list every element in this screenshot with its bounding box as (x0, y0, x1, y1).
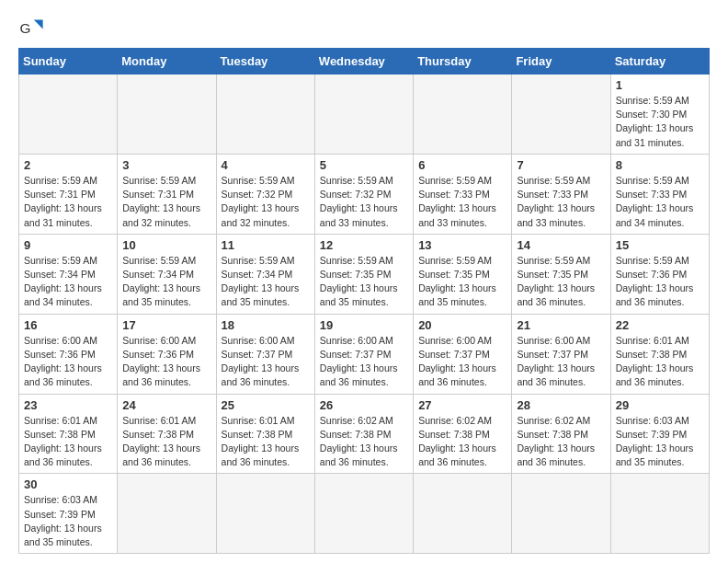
day-info: Sunrise: 6:01 AMSunset: 7:38 PMDaylight:… (122, 414, 210, 470)
calendar-day-cell: 28Sunrise: 6:02 AMSunset: 7:38 PMDayligh… (512, 394, 610, 474)
calendar-table: Sunday Monday Tuesday Wednesday Thursday… (18, 48, 710, 554)
day-info: Sunrise: 6:01 AMSunset: 7:38 PMDaylight:… (222, 414, 310, 470)
day-number: 16 (24, 318, 112, 332)
svg-marker-1 (34, 20, 43, 29)
calendar-day-cell (414, 75, 512, 155)
calendar-day-cell: 30Sunrise: 6:03 AMSunset: 7:39 PMDayligh… (19, 474, 118, 554)
calendar-day-cell (118, 474, 216, 554)
day-number: 1 (616, 78, 704, 92)
calendar-day-cell (512, 474, 610, 554)
calendar-wrapper: Sunday Monday Tuesday Wednesday Thursday… (0, 48, 728, 563)
calendar-day-cell: 20Sunrise: 6:00 AMSunset: 7:37 PMDayligh… (414, 314, 512, 394)
day-number: 20 (418, 318, 506, 332)
calendar-day-cell: 10Sunrise: 5:59 AMSunset: 7:34 PMDayligh… (118, 234, 216, 314)
day-number: 27 (418, 398, 506, 412)
day-number: 21 (517, 318, 605, 332)
calendar-day-cell (216, 75, 314, 155)
calendar-week-row: 9Sunrise: 5:59 AMSunset: 7:34 PMDaylight… (19, 234, 710, 314)
day-info: Sunrise: 6:02 AMSunset: 7:38 PMDaylight:… (517, 414, 605, 470)
day-info: Sunrise: 6:00 AMSunset: 7:37 PMDaylight:… (320, 334, 408, 390)
day-number: 12 (320, 238, 408, 252)
day-number: 24 (122, 398, 210, 412)
calendar-day-cell: 16Sunrise: 6:00 AMSunset: 7:36 PMDayligh… (19, 314, 118, 394)
day-info: Sunrise: 6:00 AMSunset: 7:36 PMDaylight:… (122, 334, 210, 390)
svg-text:G: G (19, 20, 30, 36)
calendar-week-row: 23Sunrise: 6:01 AMSunset: 7:38 PMDayligh… (19, 394, 710, 474)
calendar-day-cell: 8Sunrise: 5:59 AMSunset: 7:33 PMDaylight… (610, 154, 709, 234)
col-thursday: Thursday (414, 49, 512, 75)
day-info: Sunrise: 6:00 AMSunset: 7:37 PMDaylight:… (418, 334, 506, 390)
day-info: Sunrise: 5:59 AMSunset: 7:36 PMDaylight:… (616, 254, 704, 310)
day-number: 5 (320, 158, 408, 172)
day-info: Sunrise: 5:59 AMSunset: 7:34 PMDaylight:… (24, 254, 112, 310)
day-number: 8 (616, 158, 704, 172)
logo-icon: G (18, 15, 44, 40)
day-info: Sunrise: 6:02 AMSunset: 7:38 PMDaylight:… (418, 414, 506, 470)
calendar-day-cell: 26Sunrise: 6:02 AMSunset: 7:38 PMDayligh… (314, 394, 413, 474)
calendar-day-cell: 6Sunrise: 5:59 AMSunset: 7:33 PMDaylight… (414, 154, 512, 234)
day-number: 26 (320, 398, 408, 412)
day-info: Sunrise: 6:01 AMSunset: 7:38 PMDaylight:… (616, 334, 704, 390)
day-info: Sunrise: 6:03 AMSunset: 7:39 PMDaylight:… (24, 493, 112, 549)
day-info: Sunrise: 6:03 AMSunset: 7:39 PMDaylight:… (616, 414, 704, 470)
calendar-body: 1Sunrise: 5:59 AMSunset: 7:30 PMDaylight… (19, 75, 710, 554)
day-info: Sunrise: 5:59 AMSunset: 7:33 PMDaylight:… (517, 174, 605, 230)
calendar-day-cell: 22Sunrise: 6:01 AMSunset: 7:38 PMDayligh… (610, 314, 709, 394)
day-number: 18 (222, 318, 310, 332)
calendar-day-cell: 1Sunrise: 5:59 AMSunset: 7:30 PMDaylight… (610, 75, 709, 155)
day-number: 11 (222, 238, 310, 252)
calendar-day-cell: 17Sunrise: 6:00 AMSunset: 7:36 PMDayligh… (118, 314, 216, 394)
calendar-day-cell (314, 474, 413, 554)
header-row: Sunday Monday Tuesday Wednesday Thursday… (19, 49, 710, 75)
day-info: Sunrise: 5:59 AMSunset: 7:30 PMDaylight:… (616, 94, 704, 150)
day-info: Sunrise: 6:02 AMSunset: 7:38 PMDaylight:… (320, 414, 408, 470)
calendar-day-cell: 24Sunrise: 6:01 AMSunset: 7:38 PMDayligh… (118, 394, 216, 474)
calendar-day-cell (19, 75, 118, 155)
day-info: Sunrise: 6:00 AMSunset: 7:37 PMDaylight:… (517, 334, 605, 390)
calendar-week-row: 16Sunrise: 6:00 AMSunset: 7:36 PMDayligh… (19, 314, 710, 394)
calendar-day-cell: 4Sunrise: 5:59 AMSunset: 7:32 PMDaylight… (216, 154, 314, 234)
day-number: 15 (616, 238, 704, 252)
calendar-day-cell: 23Sunrise: 6:01 AMSunset: 7:38 PMDayligh… (19, 394, 118, 474)
day-number: 30 (24, 477, 112, 491)
col-friday: Friday (512, 49, 610, 75)
day-info: Sunrise: 5:59 AMSunset: 7:31 PMDaylight:… (24, 174, 112, 230)
day-info: Sunrise: 5:59 AMSunset: 7:33 PMDaylight:… (616, 174, 704, 230)
day-number: 2 (24, 158, 112, 172)
day-number: 14 (517, 238, 605, 252)
col-tuesday: Tuesday (216, 49, 314, 75)
calendar-day-cell: 2Sunrise: 5:59 AMSunset: 7:31 PMDaylight… (19, 154, 118, 234)
day-number: 29 (616, 398, 704, 412)
day-number: 25 (222, 398, 310, 412)
calendar-day-cell: 3Sunrise: 5:59 AMSunset: 7:31 PMDaylight… (118, 154, 216, 234)
calendar-week-row: 1Sunrise: 5:59 AMSunset: 7:30 PMDaylight… (19, 75, 710, 155)
calendar-day-cell: 9Sunrise: 5:59 AMSunset: 7:34 PMDaylight… (19, 234, 118, 314)
calendar-day-cell: 11Sunrise: 5:59 AMSunset: 7:34 PMDayligh… (216, 234, 314, 314)
page-header: G (0, 0, 728, 48)
day-number: 28 (517, 398, 605, 412)
calendar-day-cell: 5Sunrise: 5:59 AMSunset: 7:32 PMDaylight… (314, 154, 413, 234)
calendar-day-cell (414, 474, 512, 554)
day-number: 17 (122, 318, 210, 332)
calendar-day-cell (512, 75, 610, 155)
day-number: 22 (616, 318, 704, 332)
calendar-day-cell: 29Sunrise: 6:03 AMSunset: 7:39 PMDayligh… (610, 394, 709, 474)
day-info: Sunrise: 5:59 AMSunset: 7:35 PMDaylight:… (517, 254, 605, 310)
calendar-day-cell: 13Sunrise: 5:59 AMSunset: 7:35 PMDayligh… (414, 234, 512, 314)
day-info: Sunrise: 5:59 AMSunset: 7:31 PMDaylight:… (122, 174, 210, 230)
calendar-day-cell: 15Sunrise: 5:59 AMSunset: 7:36 PMDayligh… (610, 234, 709, 314)
day-number: 13 (418, 238, 506, 252)
day-number: 3 (122, 158, 210, 172)
day-info: Sunrise: 5:59 AMSunset: 7:33 PMDaylight:… (418, 174, 506, 230)
calendar-day-cell: 7Sunrise: 5:59 AMSunset: 7:33 PMDaylight… (512, 154, 610, 234)
calendar-day-cell (610, 474, 709, 554)
col-saturday: Saturday (610, 49, 709, 75)
day-number: 4 (222, 158, 310, 172)
day-info: Sunrise: 6:01 AMSunset: 7:38 PMDaylight:… (24, 414, 112, 470)
day-info: Sunrise: 5:59 AMSunset: 7:34 PMDaylight:… (222, 254, 310, 310)
logo: G (18, 15, 48, 40)
day-info: Sunrise: 5:59 AMSunset: 7:35 PMDaylight:… (320, 254, 408, 310)
col-monday: Monday (118, 49, 216, 75)
day-number: 6 (418, 158, 506, 172)
calendar-day-cell (314, 75, 413, 155)
